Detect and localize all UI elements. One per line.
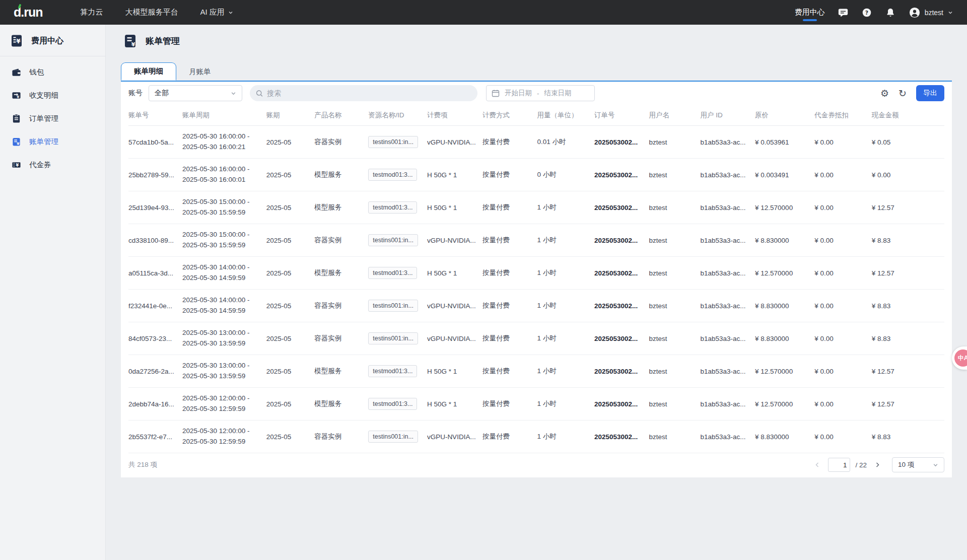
chevron-left-icon [814,462,820,468]
resource-tag: testmod01:3... [368,365,417,377]
sidebar-item-vouchers[interactable]: ¥ 代金券 [0,153,105,176]
cell-billing-method: 按量付费 [482,432,537,441]
cell-usage: 1 小时 [537,203,594,212]
cell-usage: 0.01 小时 [537,137,594,147]
bell-icon[interactable] [885,7,896,18]
table-row: 25d139e4-93... 2025-05-30 15:00:00 - 202… [128,191,944,224]
cell-username: bztest [649,302,700,310]
cell-billing-method: 按量付费 [482,236,537,245]
cell-billing-item: H 50G * 1 [427,400,482,408]
top-nav: d.run 算力云 大模型服务平台 AI 应用 费用中心 ? bztest [0,0,967,25]
cell-bill-period: 2025-05-30 12:00:00 - 2025-05-30 12:59:5… [182,426,266,447]
column-header: 用户名 [649,111,700,120]
period-end: 2025-05-30 14:59:59 [182,273,261,284]
cell-original-price: ¥ 12.570000 [755,368,814,375]
cell-usage: 1 小时 [537,399,594,408]
date-separator: - [537,90,539,97]
table-header: 账单号账单周期账期产品名称资源名称/ID计费项计费方式用量（单位）订单号用户名用… [128,105,944,126]
cell-username: bztest [649,237,700,244]
cell-billing-item: vGPU-NVIDIA... [427,237,482,244]
date-start[interactable]: 开始日期 [505,89,532,98]
cell-billing-method: 按量付费 [482,268,537,277]
period-start: 2025-05-30 16:00:00 - [182,131,261,142]
cell-billing-month: 2025-05 [266,138,315,146]
cell-usage: 1 小时 [537,367,594,376]
date-range-picker[interactable]: 开始日期 - 结束日期 [486,85,595,101]
column-header: 计费项 [427,111,482,120]
help-icon[interactable]: ? [862,7,872,18]
nav-item-ai-apps[interactable]: AI 应用 [200,8,233,17]
pagination: / 22 10 项 [812,457,944,472]
tab-monthly-bills[interactable]: 月账单 [176,62,224,81]
cell-usage: 1 小时 [537,301,594,310]
gear-icon[interactable]: ⚙ [880,89,889,98]
sidebar-item-label: 收支明细 [29,91,58,100]
cell-billing-month: 2025-05 [266,335,315,342]
tab-bar: 账单明细 月账单 [121,62,952,82]
account-select-value: 全部 [155,89,169,98]
cell-product-name: 容器实例 [314,236,368,245]
cell-username: bztest [649,138,700,146]
cell-order-id: 2025053002... [594,204,649,212]
export-button[interactable]: 导出 [916,85,944,101]
divider [0,56,105,56]
cell-usage: 1 小时 [537,236,594,245]
account-select[interactable]: 全部 [149,85,242,101]
cell-user-id: b1ab53a3-ac... [701,335,755,342]
cell-billing-item: H 50G * 1 [427,368,482,375]
tab-bill-details[interactable]: 账单明细 [121,62,176,81]
cell-billing-month: 2025-05 [266,368,315,375]
refresh-icon[interactable]: ↻ [899,89,907,98]
cell-order-id: 2025053002... [594,171,649,179]
period-start: 2025-05-30 13:00:00 - [182,328,261,338]
account-label: 账号 [128,89,143,98]
sidebar-item-orders[interactable]: 订单管理 [0,107,105,130]
cell-billing-method: 按量付费 [482,334,537,343]
logo[interactable]: d.run [14,5,43,20]
nav-item-llm-platform[interactable]: 大模型服务平台 [125,8,178,17]
period-end: 2025-05-30 14:59:59 [182,306,261,316]
svg-text:¥: ¥ [17,95,19,99]
cell-billing-method: 按量付费 [482,367,537,376]
translate-button[interactable]: 中A [954,349,967,367]
cell-billing-item: H 50G * 1 [427,204,482,212]
cell-bill-period: 2025-05-30 13:00:00 - 2025-05-30 13:59:5… [182,328,266,349]
cell-billing-month: 2025-05 [266,269,315,277]
chevron-down-icon [228,10,233,15]
search-input[interactable] [267,89,471,97]
chat-icon[interactable] [838,7,849,18]
chevron-down-icon [933,462,938,468]
sidebar-item-transactions[interactable]: ¥ 收支明细 [0,84,105,107]
cell-order-id: 2025053002... [594,433,649,441]
cell-billing-method: 按量付费 [482,301,537,310]
cell-billing-item: H 50G * 1 [427,269,482,277]
svg-text:¥: ¥ [131,41,135,48]
cell-bill-id: f232441e-0e... [128,302,182,310]
sidebar-item-bills[interactable]: ¥ 账单管理 [0,130,105,153]
cell-original-price: ¥ 12.570000 [755,269,814,277]
column-header: 原价 [755,111,814,120]
resource-tag: testmod01:3... [368,398,417,410]
cell-cash-amount: ¥ 8.83 [872,433,944,441]
cell-cash-amount: ¥ 8.83 [872,335,944,342]
cell-cash-amount: ¥ 12.57 [872,269,944,277]
nav-item-compute-cloud[interactable]: 算力云 [81,8,103,17]
resource-tag: testins001:in... [368,300,418,312]
page-input[interactable] [828,458,850,472]
cell-usage: 1 小时 [537,334,594,343]
prev-page-button[interactable] [812,459,823,470]
chevron-down-icon [231,91,236,96]
user-menu[interactable]: bztest [909,7,953,18]
next-page-button[interactable] [872,459,883,470]
date-end[interactable]: 结束日期 [544,89,572,98]
voucher-icon: ¥ [12,160,21,170]
page-header: ¥ 账单管理 [106,25,967,49]
period-end: 2025-05-30 15:59:59 [182,240,261,251]
cell-product-name: 模型服务 [314,170,368,179]
cell-resource: testins001:in... [368,234,427,246]
page-size-select[interactable]: 10 项 [892,457,944,472]
column-header: 账单周期 [182,111,266,120]
sidebar-item-wallet[interactable]: 钱包 [0,60,105,84]
nav-link-cost-center[interactable]: 费用中心 [795,1,825,24]
table-row: f232441e-0e... 2025-05-30 14:00:00 - 202… [128,290,944,322]
